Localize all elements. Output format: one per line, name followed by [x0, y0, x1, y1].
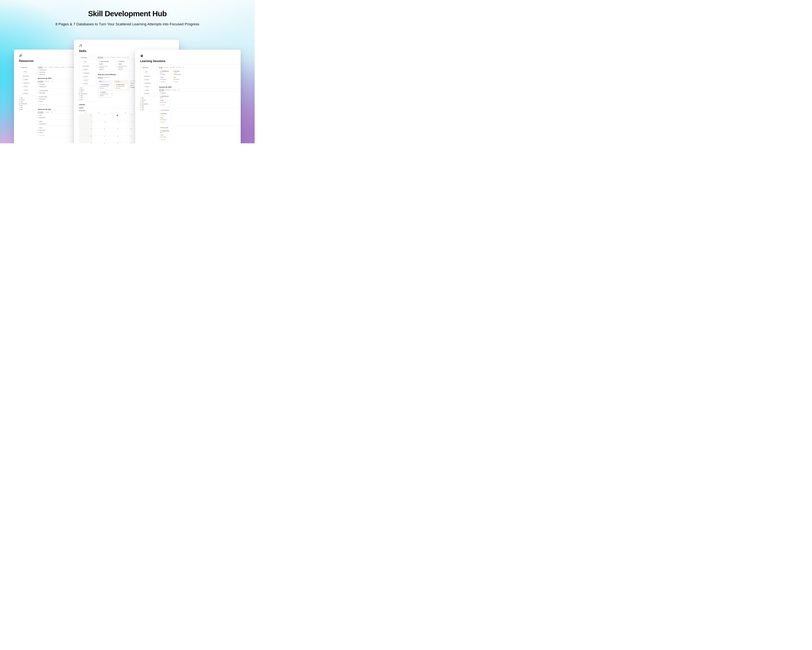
sidebar-item-skills[interactable]: Skills	[79, 87, 96, 89]
new-session-button[interactable]: New Session	[82, 65, 90, 67]
sidebar-item-notes[interactable]: Notes	[19, 107, 37, 109]
calendar-cell[interactable]: 17	[92, 135, 105, 142]
tab-this-month[interactable]: This Month	[165, 90, 171, 91]
new-skill-button[interactable]: New Skill	[82, 76, 89, 78]
tab-this-year[interactable]: This Year	[44, 112, 49, 113]
home-button[interactable]: Home	[22, 71, 27, 73]
tab-mastered[interactable]: Mastered	[110, 57, 114, 58]
calendar-cell[interactable]: 9	[79, 128, 92, 135]
sidebar-item-learning-sessions[interactable]: Learning Sessions	[140, 103, 157, 105]
new-goal-button[interactable]: New Goal	[143, 93, 150, 95]
tab-this-month[interactable]: This Month	[170, 67, 175, 69]
sidebar-item-resources[interactable]: Resources	[79, 89, 96, 91]
tab-this-year[interactable]: This Year	[176, 67, 181, 69]
calendar-cell[interactable]: 18	[105, 135, 119, 142]
end-session-button[interactable]: End Session	[173, 81, 179, 83]
session-card-python-basics[interactable]: Python Basics Ongoing Theory 7 hours 28 …	[159, 112, 171, 124]
sidebar-item-tasks[interactable]: Tasks	[79, 91, 96, 93]
tab-archived[interactable]: Archived	[125, 57, 129, 58]
tab-this-month[interactable]: This Month	[38, 81, 43, 83]
new-skill-button[interactable]: New Skill	[143, 86, 150, 87]
calendar-cell[interactable]: 26	[119, 142, 132, 143]
tab-this-year[interactable]: This Year	[172, 90, 176, 91]
session-card-python-basics[interactable]: Python Basics Ongoing Python Programming…	[172, 70, 184, 84]
group-header-python[interactable]: Python Programming	[159, 110, 241, 111]
calendar-cell[interactable]: 3	[92, 121, 105, 128]
sidebar-item-notes[interactable]: Notes	[140, 107, 157, 109]
sidebar-item-learning-sessions[interactable]: Learning Sessions	[19, 103, 37, 104]
skill-card-python[interactable]: Python Programming Beginner 1 hour 24 mi…	[98, 60, 116, 71]
session-card-vocabulary[interactable]: Vocabulary Learning Ended Theory 1 hour …	[159, 129, 171, 142]
sidebar-item-skills[interactable]: Skills	[140, 98, 157, 99]
tab-this-year[interactable]: This Year	[44, 81, 49, 83]
calendar-cell[interactable]: 19	[119, 135, 132, 142]
end-session-button[interactable]: End Session	[160, 81, 166, 83]
tab-this-week[interactable]: This Week	[159, 90, 164, 91]
sidebar-item-habits[interactable]: Habits	[79, 95, 96, 96]
sidebar-item-resources[interactable]: Resources	[19, 99, 37, 101]
tab-reviewed[interactable]: Reviewed	[54, 67, 59, 69]
tab-in-progress[interactable]: In Progress	[98, 57, 103, 58]
tab-all[interactable]: All	[122, 57, 124, 58]
calendar-cell[interactable]: 12	[119, 128, 132, 135]
calendar-cell[interactable]: 5	[119, 121, 132, 128]
new-session-button[interactable]: New Session	[143, 75, 151, 77]
tab-all[interactable]: All	[177, 90, 180, 91]
skill-link[interactable]: Python Programming	[173, 74, 183, 75]
sidebar-item-tasks[interactable]: Tasks	[19, 101, 37, 102]
tab-all[interactable]: All	[50, 112, 52, 113]
session-card-landing-page[interactable]: Landing Page Copy Ended Practice 1 hour …	[159, 95, 171, 107]
calendar-cell[interactable]: 2	[79, 121, 92, 128]
hidden-group-no-skill[interactable]: No Skill	[130, 87, 134, 88]
home-button[interactable]: Home	[143, 71, 148, 73]
calendar-cell[interactable]: 26	[79, 114, 92, 121]
calendar-cell[interactable]: 23	[79, 142, 92, 143]
calendar-cell[interactable]: 27	[92, 114, 105, 121]
end-session-button[interactable]: End Session	[160, 139, 166, 141]
new-task-button[interactable]: New Task	[22, 79, 29, 80]
calendar-cell[interactable]: 29	[119, 114, 132, 121]
tab-archived[interactable]: Archived	[69, 67, 74, 69]
new-resource-button[interactable]: New Resource	[143, 83, 151, 84]
new-skill-button[interactable]: New Skill	[22, 86, 28, 87]
end-session-button[interactable]: End Session	[160, 121, 166, 123]
hidden-group-advanced[interactable]: Advanced	[130, 83, 135, 84]
tab-inbox[interactable]: Inbox	[44, 67, 47, 69]
skill-link[interactable]: Copywriting	[160, 74, 169, 75]
tab-skill-level[interactable]: Skill Level	[98, 77, 103, 79]
hidden-group-master[interactable]: Master0	[130, 85, 134, 86]
tab-all[interactable]: All	[66, 67, 68, 69]
tab-this-month[interactable]: This Month	[38, 112, 43, 113]
calendar-cell[interactable]: 25	[105, 142, 119, 143]
new-goal-button[interactable]: New Goal	[22, 93, 29, 95]
calendar-cell-today[interactable]: 28	[105, 114, 119, 121]
sidebar-item-learning-sessions[interactable]: Learning Sessions	[79, 93, 96, 95]
calendar-cell[interactable]: 24	[92, 142, 105, 143]
tab-this-week[interactable]: This Week	[164, 67, 169, 69]
tab-favourite[interactable]: Favourite	[38, 67, 43, 69]
tab-to-review[interactable]: To Review	[48, 67, 53, 69]
new-task-button[interactable]: New Task	[143, 79, 150, 81]
skill-card-copywriting[interactable]: Copywriting Beginner 1 hour 13 minutessp…	[117, 60, 135, 71]
sidebar-item-resources[interactable]: Resources	[140, 99, 157, 101]
home-button[interactable]: Home	[82, 61, 87, 63]
sidebar-item-goals[interactable]: Goals	[140, 109, 157, 110]
new-resource-button[interactable]: New Resource	[82, 72, 90, 74]
calendar-cell[interactable]: 16	[79, 135, 92, 142]
sidebar-item-notes[interactable]: Notes	[79, 97, 96, 98]
session-card-landing-page[interactable]: Landing Page Copy Ended Copywriting Prac…	[159, 70, 171, 84]
new-note-button[interactable]: New Note	[22, 89, 29, 91]
tab-this-year[interactable]: This Year	[60, 67, 65, 69]
sidebar-item-goals[interactable]: Goals	[79, 99, 96, 101]
group-header-spanish[interactable]: Spanish Language	[159, 127, 241, 128]
skill-card-python[interactable]: Python Programming 1 hour 24 minutesspen…	[99, 83, 112, 90]
new-resource-button[interactable]: New Resource	[22, 82, 30, 84]
new-note-button[interactable]: New Note	[143, 89, 150, 91]
end-session-button[interactable]: End Session	[160, 104, 166, 106]
tab-to-learn[interactable]: To Learn	[105, 57, 109, 58]
sidebar-item-goals[interactable]: Goals	[19, 109, 37, 110]
calendar-cell[interactable]: 10	[92, 128, 105, 135]
minus-icon[interactable]	[237, 60, 238, 62]
new-note-button[interactable]: New Note	[82, 79, 89, 81]
sidebar-item-skills[interactable]: Skills	[19, 97, 37, 99]
